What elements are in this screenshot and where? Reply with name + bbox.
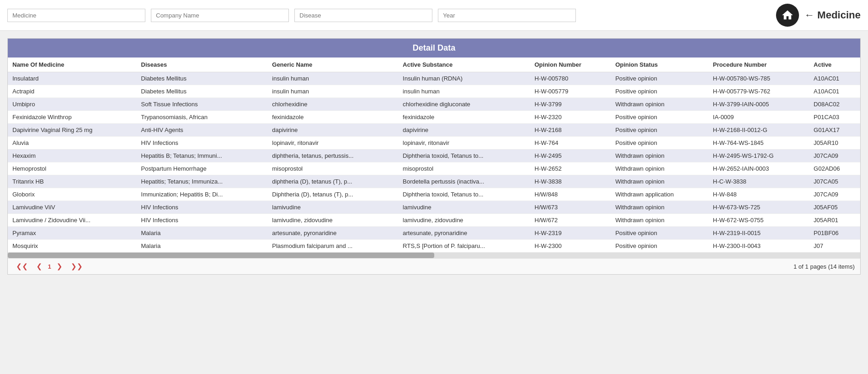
table-cell: Immunization; Hepatitis B; Di... [137, 188, 268, 201]
table-cell: J07 [809, 240, 860, 253]
table-cell: Bordetella pertussis (inactiva... [398, 175, 530, 188]
table-cell: G02AD06 [809, 162, 860, 175]
home-icon [781, 9, 794, 22]
col-substance: Active Substance [398, 58, 530, 72]
table-cell: Lamivudine / Zidovudine Vii... [8, 214, 137, 227]
table-row[interactable]: AluviaHIV Infectionslopinavir, ritonavir… [8, 137, 860, 150]
table-cell: H-W-764 [530, 137, 611, 150]
table-cell: Positive opinion [611, 85, 708, 98]
table-cell: H-W-3799 [530, 98, 611, 111]
table-row[interactable]: Dapivirine Vaginal Ring 25 mgAnti-HIV Ag… [8, 124, 860, 137]
table-cell: H/W/672 [530, 214, 611, 227]
medicine-filter-wrap [7, 9, 145, 22]
table-cell: insulin human [398, 85, 530, 98]
table-cell: Positive opinion [611, 111, 708, 124]
table-cell: lamivudine, zidovudine [268, 214, 398, 227]
table-cell: misoprostol [268, 162, 398, 175]
table-cell: lamivudine [268, 201, 398, 214]
table-cell: Soft Tissue Infections [137, 98, 268, 111]
table-row[interactable]: HexaximHepatitis B; Tetanus; Immuni...di… [8, 150, 860, 162]
table-cell: H-W-2300 [530, 240, 611, 253]
table-row[interactable]: InsulatardDiabetes Mellitusinsulin human… [8, 72, 860, 85]
last-page-button[interactable]: ❯❯ [68, 261, 86, 271]
table-cell: J07CA05 [809, 175, 860, 188]
table-cell: Postpartum Hemorrhage [137, 162, 268, 175]
table-cell: artesunate, pyronaridine [398, 227, 530, 240]
home-button[interactable] [776, 4, 799, 27]
prev-page-button[interactable]: ❮ [34, 261, 45, 271]
table-cell: Aluvia [8, 137, 137, 150]
table-row[interactable]: PyramaxMalariaartesunate, pyronaridinear… [8, 227, 860, 240]
year-input[interactable] [443, 12, 571, 19]
table-cell: Umbipro [8, 98, 137, 111]
table-cell: insulin human [268, 72, 398, 85]
table-row[interactable]: Lamivudine ViiVHIV Infectionslamivudinel… [8, 201, 860, 214]
table-cell: H-W-005780-WS-785 [708, 72, 809, 85]
table-cell: insulin human [268, 85, 398, 98]
table-cell: H-W-2495-WS-1792-G [708, 150, 809, 162]
table-cell: A10AC01 [809, 72, 860, 85]
table-cell: lopinavir, ritonavir [268, 137, 398, 150]
table-cell: H-W-848 [708, 188, 809, 201]
table-cell: H-W-672-WS-0755 [708, 214, 809, 227]
table-cell: Positive opinion [611, 137, 708, 150]
table-cell: J05AF05 [809, 201, 860, 214]
table-cell: Diphtheria toxoid, Tetanus to... [398, 150, 530, 162]
table-cell: P01BF06 [809, 227, 860, 240]
table-row[interactable]: HemoprostolPostpartum Hemorrhagemisopros… [8, 162, 860, 175]
table-cell: Diphtheria toxoid, Tetanus to... [398, 188, 530, 201]
table-cell: Diabetes Mellitus [137, 85, 268, 98]
table-cell: chlorhexidine digluconate [398, 98, 530, 111]
top-bar: ← Medicine [0, 0, 868, 31]
table-row[interactable]: ActrapidDiabetes Mellitusinsulin humanin… [8, 85, 860, 98]
table-cell: Actrapid [8, 85, 137, 98]
table-cell: Withdrawn opinion [611, 214, 708, 227]
scroll-thumb[interactable] [8, 253, 434, 258]
table-row[interactable]: Fexinidazole WinthropTrypanosomiasis, Af… [8, 111, 860, 124]
table-cell: Withdrawn opinion [611, 150, 708, 162]
table-row[interactable]: Lamivudine / Zidovudine Vii...HIV Infect… [8, 214, 860, 227]
disease-input[interactable] [299, 12, 427, 19]
table-cell: Mosquirix [8, 240, 137, 253]
back-arrow-icon: ← [805, 9, 815, 21]
table-cell: Withdrawn application [611, 188, 708, 201]
table-cell: Trypanosomiasis, African [137, 111, 268, 124]
table-cell: Withdrawn opinion [611, 201, 708, 214]
pagination-info: 1 of 1 pages (14 items) [793, 263, 855, 270]
table-cell: HIV Infections [137, 137, 268, 150]
table-cell: RTS,S [Portion of P. falciparu... [398, 240, 530, 253]
table-row[interactable]: Tritanrix HBHepatitis; Tetanus; Immuniza… [8, 175, 860, 188]
table-cell: Positive opinion [611, 72, 708, 85]
next-page-button[interactable]: ❯ [54, 261, 65, 271]
first-page-button[interactable]: ❮❮ [13, 261, 31, 271]
scroll-area[interactable] [8, 253, 860, 258]
table-cell: H-W-3799-IAIN-0005 [708, 98, 809, 111]
col-generic: Generic Name [268, 58, 398, 72]
table-cell: P01CA03 [809, 111, 860, 124]
medicine-input[interactable] [12, 12, 140, 19]
table-row[interactable]: MosquirixMalariaPlasmodium falciparum an… [8, 240, 860, 253]
table-cell: J07CA09 [809, 188, 860, 201]
pagination-bar: ❮❮ ❮ 1 ❯ ❯❯ 1 of 1 pages (14 items) [8, 258, 860, 274]
main-content: Detail Data Name Of Medicine Diseases Ge… [0, 31, 868, 282]
table-cell: Diabetes Mellitus [137, 72, 268, 85]
disease-filter-wrap [294, 9, 432, 22]
table-cell: diphtheria, tetanus, pertussis... [268, 150, 398, 162]
table-cell: H-W-764-WS-1845 [708, 137, 809, 150]
table-cell: G01AX17 [809, 124, 860, 137]
table-row[interactable]: UmbiproSoft Tissue Infectionschlorhexidi… [8, 98, 860, 111]
col-opinion-status: Opinion Status [611, 58, 708, 72]
col-medicine: Name Of Medicine [8, 58, 137, 72]
table-row[interactable]: GloborixImmunization; Hepatitis B; Di...… [8, 188, 860, 201]
table-cell: Positive opinion [611, 124, 708, 137]
table-cell: Plasmodium falciparum and ... [268, 240, 398, 253]
table-cell: D08AC02 [809, 98, 860, 111]
table-cell: IA-0009 [708, 111, 809, 124]
table-cell: fexinidazole [398, 111, 530, 124]
col-diseases: Diseases [137, 58, 268, 72]
company-input[interactable] [156, 12, 284, 19]
table-cell: H/W/848 [530, 188, 611, 201]
table-cell: H-W-2495 [530, 150, 611, 162]
data-table: Name Of Medicine Diseases Generic Name A… [8, 58, 860, 253]
table-cell: dapivirine [268, 124, 398, 137]
